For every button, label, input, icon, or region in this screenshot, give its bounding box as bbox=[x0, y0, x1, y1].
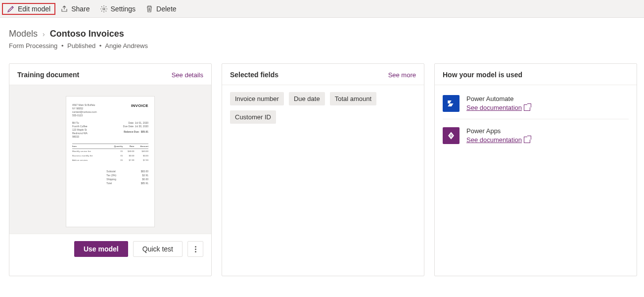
use-model-button[interactable]: Use model bbox=[74, 241, 128, 257]
field-chip: Total amount bbox=[330, 92, 376, 105]
card-footer: Use model Quick test bbox=[9, 234, 211, 264]
cards-row: Training document See details 4567 Main … bbox=[9, 63, 635, 276]
vertical-dots-icon bbox=[195, 246, 196, 252]
share-button[interactable]: Share bbox=[55, 3, 94, 15]
page-title: Contoso Invoices bbox=[50, 29, 124, 39]
training-document-card: Training document See details 4567 Main … bbox=[9, 63, 212, 276]
model-type: Form Processing bbox=[9, 42, 57, 50]
card-title: How your model is used bbox=[443, 71, 522, 79]
edit-model-button[interactable]: Edit model bbox=[2, 3, 55, 15]
see-details-link[interactable]: See details bbox=[172, 71, 203, 79]
settings-button[interactable]: Settings bbox=[95, 3, 141, 15]
card-header: Selected fields See more bbox=[222, 64, 424, 85]
gear-icon bbox=[100, 5, 108, 13]
command-bar: Edit model Share Settings Delete bbox=[0, 0, 644, 18]
card-header: Training document See details bbox=[9, 64, 211, 85]
card-header: How your model is used bbox=[435, 64, 637, 85]
more-actions-button[interactable] bbox=[187, 241, 203, 257]
delete-button[interactable]: Delete bbox=[140, 3, 181, 15]
see-documentation-link[interactable]: See documentation bbox=[466, 104, 530, 111]
quick-test-button[interactable]: Quick test bbox=[133, 241, 183, 257]
see-documentation-link[interactable]: See documentation bbox=[466, 136, 530, 144]
model-owner: Angie Andrews bbox=[105, 42, 148, 50]
share-icon bbox=[60, 5, 68, 13]
model-status: Published bbox=[67, 42, 95, 50]
trash-icon bbox=[145, 5, 153, 13]
invoice-thumbnail: 4567 Main St Buffalo NY 98052 contact@co… bbox=[66, 96, 155, 227]
field-chip: Due date bbox=[289, 92, 325, 105]
selected-fields-card: Selected fields See more Invoice number … bbox=[222, 63, 424, 276]
external-link-icon bbox=[524, 104, 530, 111]
see-more-link[interactable]: See more bbox=[388, 71, 416, 79]
card-title: Training document bbox=[17, 71, 79, 79]
model-usage-card: How your model is used Power Automate Se… bbox=[434, 63, 637, 276]
document-preview[interactable]: 4567 Main St Buffalo NY 98052 contact@co… bbox=[9, 85, 211, 234]
usage-item-power-apps: Power Apps See documentation bbox=[443, 124, 629, 151]
field-chip: Customer ID bbox=[230, 110, 276, 124]
model-meta: Form Processing • Published • Angie Andr… bbox=[9, 42, 635, 50]
edit-model-label: Edit model bbox=[18, 5, 50, 13]
power-apps-icon bbox=[443, 127, 460, 144]
breadcrumb: Models › Contoso Invoices bbox=[9, 29, 635, 39]
usage-title: Power Apps bbox=[466, 127, 530, 135]
svg-point-0 bbox=[103, 8, 105, 10]
usage-title: Power Automate bbox=[466, 95, 530, 102]
external-link-icon bbox=[524, 137, 530, 143]
share-label: Share bbox=[71, 5, 90, 13]
page-content: Models › Contoso Invoices Form Processin… bbox=[0, 18, 644, 290]
delete-label: Delete bbox=[156, 5, 176, 13]
settings-label: Settings bbox=[111, 5, 136, 13]
usage-item-power-automate: Power Automate See documentation bbox=[443, 92, 629, 119]
field-chip-list: Invoice number Due date Total amount Cus… bbox=[230, 92, 416, 124]
field-chip: Invoice number bbox=[230, 92, 284, 105]
chevron-right-icon: › bbox=[43, 30, 45, 38]
pencil-icon bbox=[7, 5, 15, 13]
breadcrumb-root[interactable]: Models bbox=[9, 29, 38, 39]
power-automate-icon bbox=[443, 95, 460, 112]
card-title: Selected fields bbox=[230, 71, 278, 79]
